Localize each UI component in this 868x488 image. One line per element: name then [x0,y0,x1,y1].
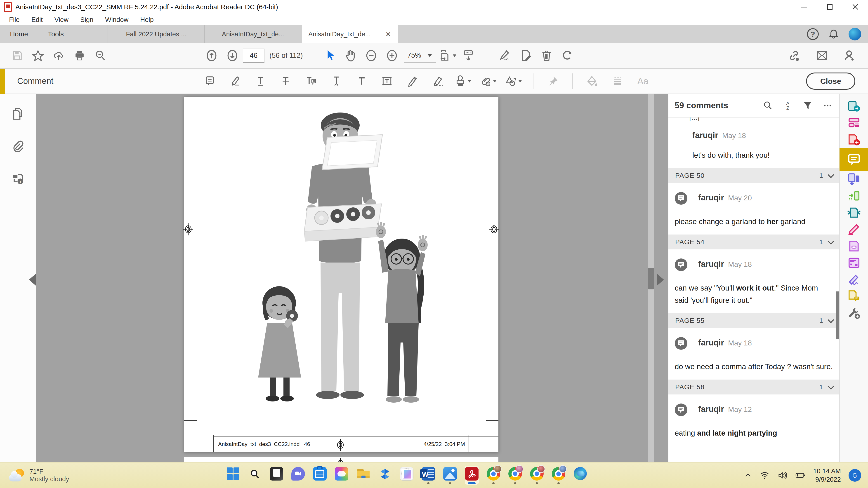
microsoft-store-icon[interactable] [313,467,327,484]
attach-file-icon[interactable] [477,71,499,92]
taskbar-search-icon[interactable] [248,467,262,484]
previous-view-arrow[interactable] [29,274,36,286]
comment-item[interactable]: faruqir May 20 please change a garland t… [669,183,839,234]
menu-file[interactable]: File [3,16,26,24]
highlighter-icon[interactable] [224,71,246,92]
rotate-button[interactable] [557,45,578,66]
cloud-upload-button[interactable] [49,45,69,66]
page-scrolling-button[interactable] [458,45,479,66]
certificates-icon[interactable] [839,254,868,271]
tab-doc-anisaintday-1[interactable]: AnisaIntDay_txt_de... [204,25,301,43]
comments-scrollbar-thumb[interactable] [836,291,839,339]
add-text-icon[interactable] [351,71,373,92]
previous-page-button[interactable] [201,45,222,66]
photos-icon[interactable] [443,467,457,484]
selection-tool-button[interactable] [319,45,340,66]
hand-tool-button[interactable] [340,45,361,66]
page-number-input[interactable]: 46 [243,48,265,63]
filter-comments-icon[interactable] [802,100,813,111]
clock[interactable]: 10:14 AM 9/9/2022 [813,467,841,484]
menu-help[interactable]: Help [134,16,160,24]
wifi-icon[interactable] [760,470,770,480]
insert-text-icon[interactable] [326,71,347,92]
text-box-icon[interactable] [376,71,398,92]
request-signatures-icon[interactable] [839,271,868,288]
page-thumbnails-icon[interactable] [10,106,26,122]
pin-icon[interactable] [542,71,564,92]
hidden-icons-chevron[interactable] [744,471,752,480]
combine-files-icon[interactable] [839,171,868,188]
page-group-header[interactable]: PAGE 50 1 [669,168,839,183]
share-link-button[interactable] [784,45,805,66]
notifications-bell-icon[interactable] [828,29,839,39]
line-style-icon[interactable] [607,71,628,92]
send-for-comments-icon[interactable] [839,288,868,304]
comment-item[interactable]: faruqir May 12 eating and late night par… [669,394,839,446]
weather-widget[interactable]: 71°F Mostly cloudy [9,468,69,483]
zoom-out-button[interactable] [361,45,381,66]
chrome-profile-1-icon[interactable] [487,467,500,484]
tab-doc-anisaintday-2-active[interactable]: AnisaIntDay_txt_de... ✕ [301,25,398,43]
search-button[interactable] [90,45,111,66]
edge-icon[interactable] [573,467,587,484]
text-style-button[interactable]: Aa [632,71,654,92]
chrome-profile-4-icon[interactable] [552,467,565,484]
organize-pages-icon[interactable] [839,188,868,204]
export-pdf-icon[interactable] [839,98,868,115]
page-group-header[interactable]: PAGE 58 1 [669,380,839,394]
fill-and-sign-icon[interactable] [839,221,868,238]
menu-edit[interactable]: Edit [26,16,49,24]
task-view-icon[interactable] [270,467,283,484]
volume-icon[interactable] [777,470,787,480]
start-button[interactable] [226,467,240,484]
comments-options-icon[interactable] [822,100,833,111]
text-underline-icon[interactable] [250,71,271,92]
sign-pen-button[interactable] [495,45,515,66]
chrome-profile-3-icon[interactable] [530,467,544,484]
creative-cloud-icon[interactable] [335,467,348,484]
fill-color-icon[interactable] [581,71,603,92]
close-window-button[interactable] [842,0,868,14]
zoom-in-button[interactable] [381,45,402,66]
minimize-button[interactable] [792,0,817,14]
document-area[interactable]: AnisaIntDay_txt_des3_CC22.indd 46 4/25/2… [36,94,668,462]
stamp-tool-icon[interactable] [839,238,868,254]
pencil-draw-icon[interactable] [401,71,423,92]
word-icon[interactable]: W [421,467,435,484]
send-mail-button[interactable] [811,45,832,66]
attachments-icon[interactable] [10,138,26,155]
delete-button[interactable] [536,45,557,66]
comment-tool-icon[interactable] [839,148,868,171]
menu-sign[interactable]: Sign [74,16,99,24]
fit-width-button[interactable] [437,45,458,66]
chevron-down-icon[interactable] [828,238,834,245]
more-tools-icon[interactable] [839,304,868,321]
tab-doc-fall-2022[interactable]: Fall 2022 Updates ... [107,25,204,43]
photos-stack-icon[interactable] [400,467,414,484]
menu-window[interactable]: Window [99,16,134,24]
save-button[interactable] [7,45,28,66]
stamp-icon[interactable] [452,71,474,92]
dropbox-icon[interactable] [378,467,392,484]
text-strikethrough-icon[interactable] [275,71,297,92]
battery-icon[interactable] [795,470,805,481]
create-pdf-icon[interactable] [839,131,868,148]
next-page-button[interactable] [222,45,243,66]
maximize-button[interactable] [817,0,842,14]
search-comments-icon[interactable] [763,100,773,111]
tab-close-icon[interactable]: ✕ [385,30,391,38]
chevron-down-icon[interactable] [828,317,834,323]
page-group-header[interactable]: PAGE 55 1 [669,313,839,328]
chevron-down-icon[interactable] [828,383,834,390]
comment-item[interactable]: faruqir May 18 can we say "You'll work i… [669,250,839,313]
help-icon[interactable]: ? [807,28,819,40]
replace-text-icon[interactable] [300,71,322,92]
star-favorite-button[interactable] [28,45,49,66]
tab-tools[interactable]: Tools [38,25,74,43]
chrome-profile-2-icon[interactable] [508,467,522,484]
next-view-arrow[interactable] [657,274,664,286]
page-group-header[interactable]: PAGE 54 1 [669,234,839,250]
eraser-icon[interactable] [427,71,448,92]
teams-chat-icon[interactable] [291,467,305,484]
shapes-icon[interactable] [503,71,524,92]
